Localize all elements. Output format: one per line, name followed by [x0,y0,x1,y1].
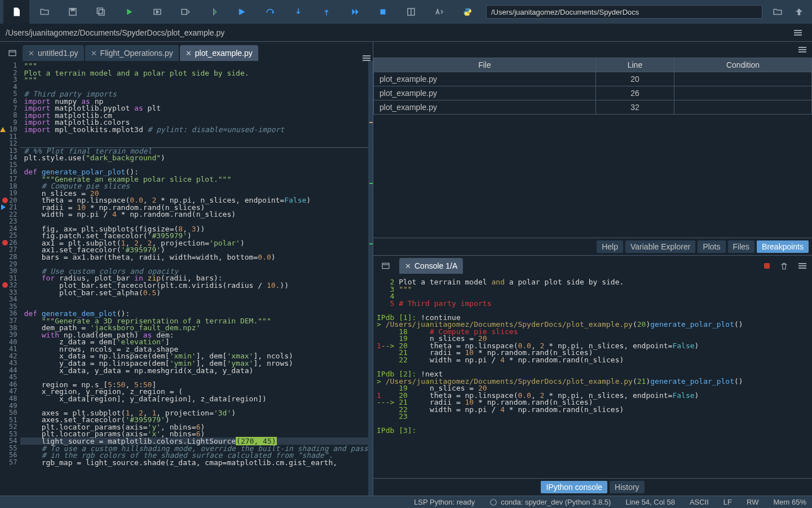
line-number[interactable]: 3 [0,76,20,84]
line-number[interactable]: 26 [0,239,20,247]
debug-step-into-button[interactable] [285,0,311,24]
run-file-button[interactable] [116,0,142,24]
code-line[interactable]: x_data, y_data = np.meshgrid(x_data, y_d… [20,367,368,374]
line-number[interactable]: 29 [0,260,20,268]
code-line[interactable]: plot_bar.set_alpha(0.5) [20,289,368,296]
line-number[interactable]: 39 [0,331,20,339]
code-line[interactable]: # Compute pie slices [20,182,368,190]
console-options-icon[interactable] [798,263,806,269]
editor-tab[interactable]: ✕Flight_Operations.py [85,45,179,61]
line-number[interactable]: 47 [0,388,20,395]
code-line[interactable]: bars = ax1.bar(theta, radii, width=width… [20,253,368,261]
code-line[interactable]: z_data = dem['elevation'] [20,338,368,345]
trash-icon[interactable] [780,262,788,270]
line-number[interactable]: 50 [0,409,20,417]
code-line[interactable]: import mpl_toolkits.mplot3d # pylint: di… [20,126,368,133]
save-button[interactable] [60,0,86,24]
working-dir-input[interactable] [486,5,762,19]
code-line[interactable]: fig.patch.set_facecolor('#395979') [20,232,368,239]
code-line[interactable] [20,133,368,140]
line-number[interactable]: 53 [0,430,20,437]
code-line[interactable]: # in the rgb colors of the shaded surfac… [20,452,368,459]
line-number[interactable]: 34 [0,296,20,303]
parent-dir-button[interactable] [789,0,809,24]
code-line[interactable]: x_data[region], y_data[region], z_data[r… [20,395,368,402]
new-file-button[interactable] [3,0,29,24]
open-file-button[interactable] [32,0,58,24]
table-row[interactable]: plot_example.py26 [374,86,812,100]
browse-dir-button[interactable] [768,0,787,24]
pane-tab-plots[interactable]: Plots [698,240,725,253]
line-number[interactable]: 35 [0,303,20,310]
close-icon[interactable]: ✕ [186,49,192,58]
line-number[interactable]: 55 [0,445,20,452]
table-row[interactable]: plot_example.py20 [374,72,812,86]
pane-tab-breakpoints[interactable]: Breakpoints [757,240,809,253]
line-number[interactable]: 48 [0,395,20,402]
status-conda[interactable]: conda: spyder_dev (Python 3.8.5) [489,498,611,506]
breakpoints-options-icon[interactable] [798,47,806,52]
console-tabs-menu-icon[interactable] [378,258,394,274]
pane-tab-files[interactable]: Files [728,240,755,253]
save-all-button[interactable] [88,0,114,24]
line-number[interactable]: 19 [0,190,20,197]
console-bot-tab-history[interactable]: History [610,481,645,493]
line-number[interactable]: 56 [0,452,20,459]
python-path-button[interactable] [454,0,480,24]
breakpoint-icon[interactable] [2,240,8,246]
editor-tab[interactable]: ✕untitled1.py [23,45,84,61]
code-line[interactable]: y_data = np.linspace(dem['ymin'], dem['y… [20,360,368,367]
code-line[interactable] [20,296,368,303]
run-cell-advance-button[interactable] [173,0,198,24]
console-bot-tab-ipython-console[interactable]: IPython console [541,481,607,493]
close-icon[interactable]: ✕ [28,49,34,58]
line-number[interactable]: 28 [0,253,20,261]
line-number[interactable]: 54 [0,437,20,445]
line-number[interactable]: 38 [0,324,20,331]
line-number[interactable]: 51 [0,416,20,423]
line-number[interactable]: 27 [0,246,20,253]
preferences-button[interactable] [426,0,452,24]
panes-layout-button[interactable] [398,0,424,24]
line-number[interactable]: 12 [0,140,20,147]
line-number[interactable]: 2 [0,69,20,77]
close-icon[interactable]: ✕ [91,49,97,58]
console-output[interactable]: 2 Plot a terrain model and a polar plot … [373,276,812,478]
run-selection-button[interactable] [201,0,227,24]
line-number[interactable]: 11 [0,133,20,140]
debug-step-out-button[interactable] [314,0,339,24]
line-number[interactable]: 9 [0,119,20,126]
line-number[interactable]: 20 [0,196,20,204]
breakpoint-icon[interactable] [2,198,8,203]
line-number[interactable]: 8 [0,112,20,119]
line-number[interactable]: 23 [0,218,20,225]
code-line[interactable]: Plot a terrain model and a polar plot si… [20,69,368,77]
code-line[interactable]: dem_path = 'jacksboro_fault_dem.npz' [20,324,368,331]
editor-tab[interactable]: ✕plot_example.py [180,45,258,61]
line-number[interactable]: 24 [0,225,20,233]
console-tab[interactable]: ✕ Console 1/A [399,258,463,274]
line-number[interactable]: 31 [0,274,20,282]
line-number[interactable]: 43 [0,360,20,367]
line-number[interactable]: 10 [0,126,20,133]
code-line[interactable]: import matplotlib.pyplot as plt [20,104,368,112]
code-line[interactable]: """ [20,76,368,84]
line-number[interactable]: 44 [0,367,20,374]
line-number[interactable]: 14 [0,154,20,161]
code-line[interactable]: plt.style.use("dark_background") [20,154,368,161]
line-number[interactable]: 6 [0,98,20,105]
line-number[interactable]: 41 [0,345,20,353]
debug-stop-button[interactable] [370,0,396,24]
pane-tab-variable-explorer[interactable]: Variable Explorer [625,240,695,253]
line-number[interactable]: 18 [0,182,20,190]
line-number[interactable]: 45 [0,374,20,381]
editor-tabs-menu-icon[interactable] [5,45,20,61]
warning-icon[interactable] [0,127,6,132]
editor-options-icon[interactable] [794,30,802,36]
table-row[interactable]: plot_example.py32 [374,100,812,115]
line-number[interactable]: 42 [0,352,20,360]
breakpoint-icon[interactable] [2,282,8,288]
debug-step-over-button[interactable] [257,0,283,24]
code-line[interactable] [20,402,368,409]
line-number[interactable]: 22 [0,211,20,218]
